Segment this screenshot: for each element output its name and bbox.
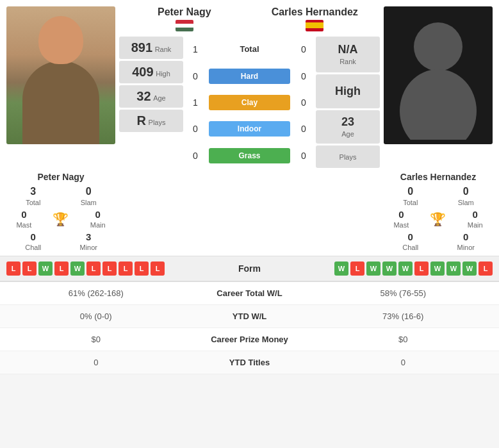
right-plays-card: Plays — [316, 145, 380, 168]
stats-row-center-1: YTD W/L — [186, 311, 314, 321]
right-player-info: Carles Hernandez 0 Total 0 Slam 0 Mast 🏆 — [384, 172, 493, 252]
form-badge-l: L — [86, 261, 101, 276]
form-badge-w: W — [382, 261, 397, 276]
left-stat-cards: 891 Rank 409 High 32 Age R Plays — [119, 37, 183, 168]
center-stats-area: Peter Nagy Carles Hernandez — [119, 6, 380, 168]
right-trophy-icon: 🏆 — [421, 209, 456, 229]
stats-row-right-0: 58% (76-55) — [314, 288, 493, 298]
stats-row-center-0: Career Total W/L — [186, 288, 314, 298]
left-mast-stat: 0 Mast — [6, 209, 42, 229]
right-flag — [306, 20, 323, 31]
right-player-name: Carles Hernandez — [250, 6, 380, 31]
silhouette-icon — [397, 12, 480, 140]
right-chall-stat: 0 Chall — [384, 231, 438, 252]
left-high-card: 409 High — [119, 61, 183, 83]
form-badge-w: W — [446, 261, 461, 276]
form-badge-w: W — [70, 261, 85, 276]
form-badge-l: L — [102, 261, 117, 276]
right-player-photo — [384, 6, 493, 144]
stats-row-center-3: YTD Titles — [186, 358, 314, 367]
left-flag — [176, 20, 193, 31]
form-badge-w: W — [430, 261, 445, 276]
form-badge-l: L — [119, 261, 133, 276]
form-badge-l: L — [414, 261, 429, 276]
left-slam-stat: 0 Slam — [62, 186, 116, 207]
right-form-badges: WLWWWLWWWL — [334, 261, 493, 276]
stats-row-2: $0 Career Prize Money $0 — [0, 328, 499, 351]
form-badge-l: L — [479, 261, 493, 276]
form-badge-w: W — [462, 261, 477, 276]
left-player-photo — [6, 6, 115, 144]
left-minor-stat: 3 Minor — [62, 231, 116, 252]
form-badge-l: L — [151, 261, 165, 276]
stats-row-right-1: 73% (16-6) — [314, 311, 493, 321]
form-badge-w: W — [366, 261, 380, 276]
right-total-stat: 0 Total — [384, 186, 438, 207]
stats-row-1: 0% (0-0) YTD W/L 73% (16-6) — [0, 305, 499, 328]
surfaces-column: 1 Total 0 0 Hard 0 1 Clay 0 — [186, 37, 313, 168]
right-stat-cards: N/A Rank High 23 Age Plays — [316, 37, 380, 168]
stats-row-0: 61% (262-168) Career Total W/L 58% (76-5… — [0, 282, 499, 305]
indoor-surface-line[interactable]: 0 Indoor 0 — [186, 119, 313, 138]
left-total-stat: 3 Total — [6, 186, 60, 207]
total-line: 1 Total 0 — [186, 39, 313, 59]
right-age-card: 23 Age — [316, 110, 380, 144]
svg-point-0 — [414, 22, 462, 71]
right-main-stat: 0 Main — [457, 209, 493, 229]
stats-row-center-2: Career Prize Money — [186, 335, 314, 344]
grass-surface-line[interactable]: 0 Grass 0 — [186, 146, 313, 165]
left-chall-stat: 0 Chall — [6, 231, 60, 252]
left-player-fullname: Peter Nagy — [6, 172, 115, 182]
form-badge-w: W — [334, 261, 348, 276]
right-mast-stat: 0 Mast — [384, 209, 419, 229]
stats-row-right-3: 0 — [314, 358, 493, 367]
form-badge-l: L — [350, 261, 364, 276]
left-age-card: 32 Age — [119, 85, 183, 108]
form-section: LLWLWLLLLL Form WLWWWLWWWL — [0, 256, 499, 281]
main-container: Peter Nagy Carles Hernandez — [0, 0, 499, 374]
clay-surface-line[interactable]: 1 Clay 0 — [186, 93, 313, 112]
left-player-info: Peter Nagy 3 Total 0 Slam 0 Mast 🏆 — [6, 172, 115, 252]
left-player-name: Peter Nagy — [119, 6, 250, 31]
svg-point-1 — [400, 69, 477, 140]
stats-row-3: 0 YTD Titles 0 — [0, 351, 499, 374]
left-rank-card: 891 Rank — [119, 37, 183, 59]
left-main-stat: 0 Main — [80, 209, 115, 229]
left-form-badges: LLWLWLLLLL — [6, 261, 165, 276]
form-badge-l: L — [135, 261, 149, 276]
stats-row-left-0: 61% (262-168) — [6, 288, 186, 298]
right-rank-card: N/A Rank — [316, 37, 380, 72]
right-high-card: High — [316, 74, 380, 108]
right-minor-stat: 0 Minor — [439, 231, 493, 252]
form-badge-l: L — [6, 261, 20, 276]
stats-row-left-3: 0 — [6, 358, 186, 367]
left-trophy-icon: 🏆 — [44, 209, 79, 229]
right-slam-stat: 0 Slam — [439, 186, 493, 207]
form-badge-w: W — [398, 261, 413, 276]
form-label: Form — [224, 263, 275, 274]
hard-surface-line[interactable]: 0 Hard 0 — [186, 67, 313, 86]
stats-row-left-1: 0% (0-0) — [6, 311, 186, 321]
form-badge-l: L — [22, 261, 37, 276]
left-plays-card: R Plays — [119, 110, 183, 132]
form-badge-l: L — [54, 261, 69, 276]
stats-row-left-2: $0 — [6, 335, 186, 344]
form-badge-w: W — [38, 261, 53, 276]
stats-rows: 61% (262-168) Career Total W/L 58% (76-5… — [0, 281, 499, 374]
stats-row-right-2: $0 — [314, 335, 493, 344]
right-player-fullname: Carles Hernandez — [384, 172, 493, 182]
